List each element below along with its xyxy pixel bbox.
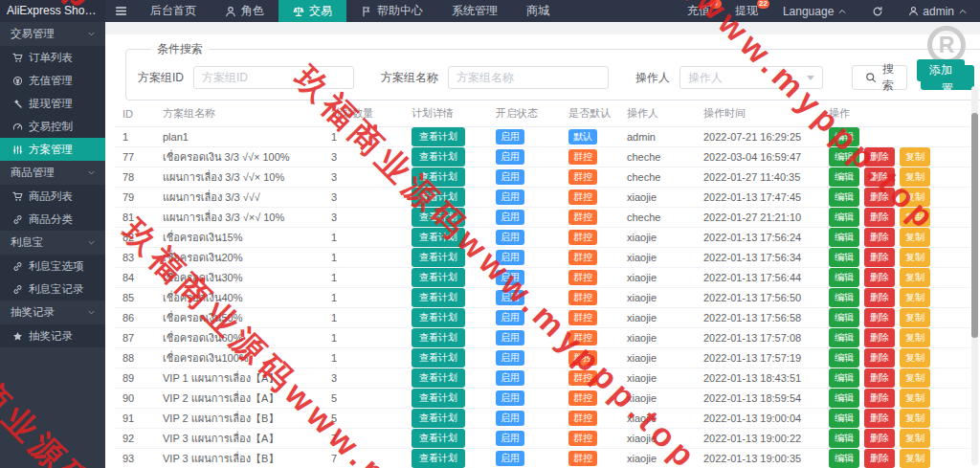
scrollbar-track[interactable]: [971, 86, 978, 465]
default-badge[interactable]: 群控: [568, 350, 597, 366]
search-button[interactable]: 搜 索: [852, 65, 907, 90]
view-plan-button[interactable]: 查看计划: [412, 228, 465, 247]
default-badge[interactable]: 群控: [568, 290, 597, 305]
sidebar-item-利息宝选项[interactable]: 利息宝选项: [0, 255, 105, 278]
status-badge[interactable]: 启用: [496, 230, 524, 245]
default-badge[interactable]: 群控: [568, 210, 597, 225]
delete-button[interactable]: 删除: [864, 288, 895, 307]
sidebar-item-交易控制[interactable]: 交易控制: [0, 115, 105, 138]
status-badge[interactable]: 启用: [496, 189, 524, 205]
sidebar-section-2[interactable]: 利息宝: [0, 231, 105, 255]
refresh-button[interactable]: [859, 0, 896, 22]
edit-button[interactable]: 编辑: [829, 409, 859, 428]
topnav-item-mall[interactable]: 商城: [512, 0, 564, 22]
copy-button[interactable]: 复制: [900, 429, 930, 448]
topnav-item-help[interactable]: 帮助中心: [346, 0, 437, 22]
withdraw-menu-item[interactable]: 提现 22: [723, 0, 770, 22]
menu-toggle-button[interactable]: [105, 0, 136, 22]
edit-button[interactable]: 编辑: [829, 248, 859, 267]
status-badge[interactable]: 启用: [496, 169, 524, 185]
view-plan-button[interactable]: 查看计划: [412, 348, 465, 368]
copy-button[interactable]: 复制: [900, 268, 930, 287]
edit-button[interactable]: 编辑: [829, 228, 859, 247]
delete-button[interactable]: 删除: [864, 208, 895, 227]
status-badge[interactable]: 启用: [496, 431, 524, 446]
status-badge[interactable]: 启用: [496, 129, 524, 145]
edit-button[interactable]: 编辑: [829, 268, 859, 287]
edit-button[interactable]: 编辑: [829, 127, 859, 146]
view-plan-button[interactable]: 查看计划: [412, 308, 465, 327]
status-badge[interactable]: 启用: [496, 290, 524, 305]
sidebar-item-商品分类[interactable]: 商品分类: [0, 208, 105, 231]
view-plan-button[interactable]: 查看计划: [412, 389, 465, 408]
delete-button[interactable]: 删除: [864, 328, 895, 347]
copy-button[interactable]: 复制: [900, 308, 930, 327]
status-badge[interactable]: 启用: [496, 390, 524, 406]
copy-button[interactable]: 复制: [900, 188, 930, 207]
copy-button[interactable]: 复制: [900, 208, 930, 227]
sidebar-item-抽奖记录[interactable]: 抽奖记录: [0, 324, 105, 347]
edit-button[interactable]: 编辑: [829, 188, 859, 207]
copy-button[interactable]: 复制: [900, 248, 930, 267]
copy-button[interactable]: 复制: [900, 167, 930, 187]
edit-button[interactable]: 编辑: [829, 147, 859, 167]
delete-button[interactable]: 删除: [864, 389, 895, 408]
copy-button[interactable]: 复制: [900, 288, 930, 307]
default-badge[interactable]: 群控: [568, 370, 597, 386]
sidebar-item-订单列表[interactable]: 订单列表: [0, 46, 105, 69]
edit-button[interactable]: 编辑: [829, 208, 859, 227]
group-name-input[interactable]: [448, 66, 609, 89]
view-plan-button[interactable]: 查看计划: [412, 429, 465, 448]
copy-button[interactable]: 复制: [900, 348, 930, 368]
view-plan-button[interactable]: 查看计划: [412, 147, 465, 167]
copy-button[interactable]: 复制: [900, 389, 930, 408]
status-badge[interactable]: 启用: [496, 350, 524, 366]
add-button[interactable]: 添加: [917, 59, 965, 81]
view-plan-button[interactable]: 查看计划: [412, 409, 465, 428]
delete-button[interactable]: 删除: [864, 308, 895, 327]
copy-button[interactable]: 复制: [900, 409, 930, 428]
edit-button[interactable]: 编辑: [829, 167, 859, 187]
operator-select[interactable]: 操作人: [679, 66, 823, 89]
delete-button[interactable]: 删除: [864, 449, 895, 468]
delete-button[interactable]: 删除: [864, 348, 895, 368]
delete-button[interactable]: 删除: [864, 167, 895, 187]
default-badge[interactable]: 群控: [568, 189, 597, 205]
default-badge[interactable]: 群控: [568, 270, 597, 285]
copy-button[interactable]: 复制: [900, 228, 930, 247]
view-plan-button[interactable]: 查看计划: [412, 268, 465, 287]
edit-button[interactable]: 编辑: [829, 389, 859, 408]
status-badge[interactable]: 启用: [496, 149, 524, 165]
sidebar-item-提现管理[interactable]: 提现管理: [0, 92, 105, 115]
default-badge[interactable]: 群控: [568, 230, 597, 245]
status-badge[interactable]: 启用: [496, 250, 524, 265]
default-badge[interactable]: 群控: [568, 330, 597, 345]
default-badge[interactable]: 群控: [568, 149, 597, 165]
status-badge[interactable]: 启用: [496, 270, 524, 285]
delete-button[interactable]: 删除: [864, 409, 895, 428]
sidebar-item-充值管理[interactable]: 充值管理: [0, 69, 105, 92]
view-plan-button[interactable]: 查看计划: [412, 188, 465, 207]
delete-button[interactable]: 删除: [864, 268, 895, 287]
edit-button[interactable]: 编辑: [829, 288, 859, 307]
default-badge[interactable]: 群控: [568, 310, 597, 325]
delete-button[interactable]: 删除: [864, 368, 895, 388]
delete-button[interactable]: 删除: [864, 248, 895, 267]
edit-button[interactable]: 编辑: [829, 449, 859, 468]
topnav-item-trade[interactable]: 交易: [278, 0, 346, 22]
view-plan-button[interactable]: 查看计划: [412, 288, 465, 307]
status-badge[interactable]: 启用: [496, 451, 524, 466]
topnav-item-roles[interactable]: 角色: [211, 0, 278, 22]
view-plan-button[interactable]: 查看计划: [412, 208, 465, 227]
status-badge[interactable]: 启用: [496, 330, 524, 345]
user-menu-item[interactable]: admin: [896, 0, 980, 22]
default-badge[interactable]: 群控: [568, 169, 597, 185]
sidebar-section-0[interactable]: 交易管理: [0, 22, 105, 46]
default-badge[interactable]: 群控: [568, 451, 597, 466]
copy-button[interactable]: 复制: [900, 328, 930, 347]
delete-button[interactable]: 删除: [864, 188, 895, 207]
edit-button[interactable]: 编辑: [829, 328, 859, 347]
sidebar-item-商品列表[interactable]: 商品列表: [0, 185, 105, 208]
sidebar-item-利息宝记录[interactable]: 利息宝记录: [0, 278, 105, 301]
view-plan-button[interactable]: 查看计划: [412, 368, 465, 388]
